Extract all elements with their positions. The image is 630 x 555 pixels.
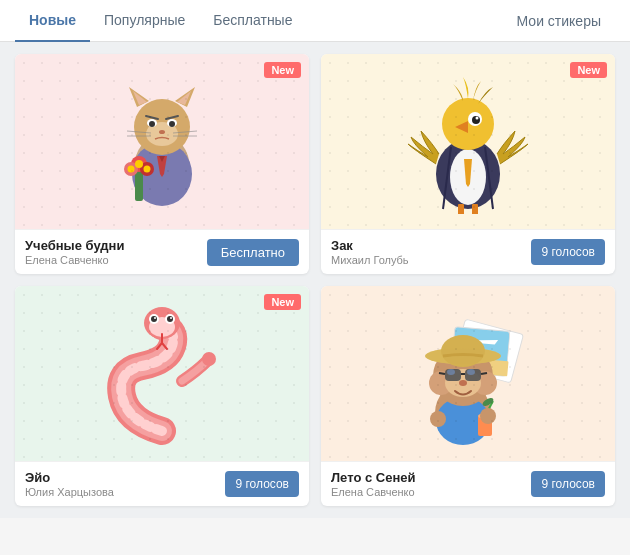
- buy-button-eyo[interactable]: 9 голосов: [225, 471, 299, 497]
- buy-button-leto[interactable]: 9 голосов: [531, 471, 605, 497]
- sticker-card-leto: Лето с Сеней Елена Савченко 9 голосов: [321, 286, 615, 506]
- new-badge-eyo: New: [264, 294, 301, 310]
- card-pattern-eyo: [15, 286, 309, 461]
- sticker-info-eyo: Эйо Юлия Харцызова 9 голосов: [15, 461, 309, 506]
- card-pattern: [15, 54, 309, 229]
- sticker-title-uchebnye: Учебные будни: [25, 238, 199, 253]
- sticker-info-leto: Лето с Сеней Елена Савченко 9 голосов: [321, 461, 615, 506]
- buy-button-zak[interactable]: 9 голосов: [531, 239, 605, 265]
- tab-popular[interactable]: Популярные: [90, 0, 199, 42]
- sticker-info-zak: Зак Михаил Голубь 9 голосов: [321, 229, 615, 274]
- sticker-author-leto: Елена Савченко: [331, 486, 523, 498]
- sticker-card-eyo: New: [15, 286, 309, 506]
- sticker-image-zak: New: [321, 54, 615, 229]
- new-badge: New: [264, 62, 301, 78]
- my-stickers-link[interactable]: Мои стикеры: [503, 1, 615, 41]
- card-pattern-leto: [321, 286, 615, 461]
- card-pattern-zak: [321, 54, 615, 229]
- sticker-title-eyo: Эйо: [25, 470, 217, 485]
- sticker-grid: New: [0, 42, 630, 518]
- sticker-image-leto: [321, 286, 615, 461]
- sticker-author-uchebnye: Елена Савченко: [25, 254, 199, 266]
- buy-button-uchebnye[interactable]: Бесплатно: [207, 239, 299, 266]
- sticker-title-leto: Лето с Сеней: [331, 470, 523, 485]
- sticker-card-uchebnye: New: [15, 54, 309, 274]
- sticker-text-eyo: Эйо Юлия Харцызова: [25, 470, 217, 498]
- sticker-text-zak: Зак Михаил Голубь: [331, 238, 523, 266]
- tab-free[interactable]: Бесплатные: [199, 0, 306, 42]
- sticker-title-zak: Зак: [331, 238, 523, 253]
- tab-new[interactable]: Новые: [15, 0, 90, 42]
- sticker-image-eyo: New: [15, 286, 309, 461]
- sticker-text-uchebnye: Учебные будни Елена Савченко: [25, 238, 199, 266]
- sticker-image-uchebnye: New: [15, 54, 309, 229]
- sticker-text-leto: Лето с Сеней Елена Савченко: [331, 470, 523, 498]
- sticker-store: Новые Популярные Бесплатные Мои стикеры …: [0, 0, 630, 518]
- sticker-info-uchebnye: Учебные будни Елена Савченко Бесплатно: [15, 229, 309, 274]
- sticker-card-zak: New: [321, 54, 615, 274]
- sticker-author-zak: Михаил Голубь: [331, 254, 523, 266]
- nav-tabs: Новые Популярные Бесплатные Мои стикеры: [0, 0, 630, 42]
- sticker-author-eyo: Юлия Харцызова: [25, 486, 217, 498]
- new-badge-zak: New: [570, 62, 607, 78]
